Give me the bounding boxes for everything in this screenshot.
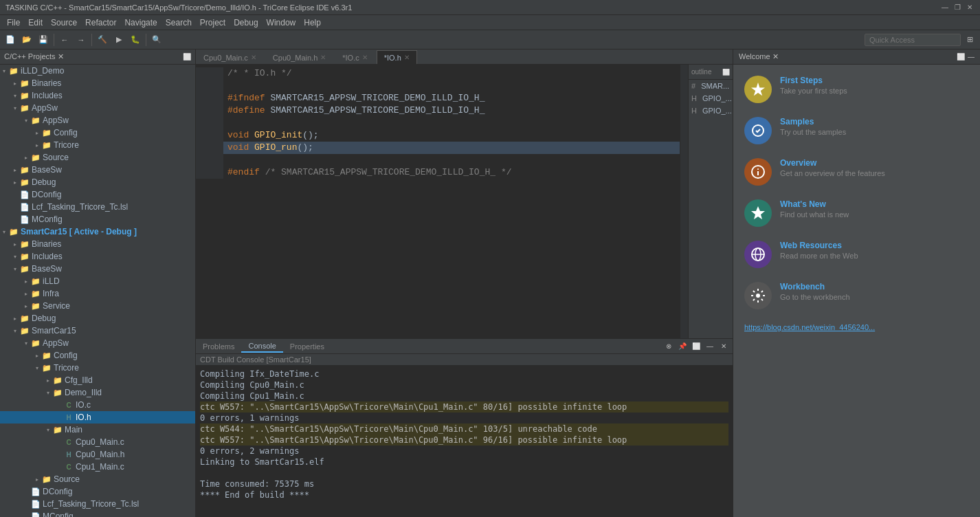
tree-item[interactable]: ▸📁Cfg_Illd — [0, 374, 195, 386]
tree-item[interactable]: ▾📁Tricore — [0, 362, 195, 374]
toolbar-run[interactable]: ▶ — [111, 32, 126, 47]
tab-cpu0-main-h[interactable]: Cpu0_Main.h ✕ — [265, 50, 333, 64]
console-line: 0 errors, 1 warnings — [200, 412, 728, 424]
tree-item[interactable]: ▾📁Main — [0, 424, 195, 436]
close-tab-io-c[interactable]: ✕ — [362, 54, 368, 61]
menu-source[interactable]: Source — [47, 16, 81, 29]
outline-collapse[interactable]: ⬜ — [722, 69, 730, 76]
tree-item[interactable]: 📄DConfig — [0, 188, 195, 201]
tree-item[interactable]: ▸📁Source — [0, 151, 195, 164]
tree-item-icon: 📁 — [19, 325, 30, 336]
welcome-minimize[interactable]: — — [968, 53, 975, 60]
menu-project[interactable]: Project — [196, 16, 230, 29]
tree-item[interactable]: ▾📁iLLD_Demo — [0, 65, 195, 77]
tree-item[interactable]: ▸📁iLLD — [0, 275, 195, 287]
tree-item[interactable]: 📄Lcf_Tasking_Tricore_Tc.lsl — [0, 201, 195, 213]
welcome-item-web-resources[interactable]: Web Resources Read more on the Web — [744, 241, 969, 268]
toolbar-perspective[interactable]: ⊞ — [962, 32, 977, 47]
console-pin[interactable]: 📌 — [676, 340, 689, 353]
tab-io-c[interactable]: *IO.c ✕ — [335, 50, 375, 64]
tree-item-label: Demo_Illd — [65, 388, 102, 397]
tab-io-h[interactable]: *IO.h ✕ — [377, 50, 417, 64]
tab-cpu0-main-c[interactable]: Cpu0_Main.c ✕ — [196, 50, 264, 64]
quick-access-input[interactable] — [865, 34, 961, 46]
close-tab-cpu0-main-c[interactable]: ✕ — [251, 54, 256, 61]
close-tab-cpu0-main-h[interactable]: ✕ — [320, 54, 326, 61]
tree-item[interactable]: ▸📁Binaries — [0, 238, 195, 250]
tree-item[interactable]: CCpu0_Main.c — [0, 436, 195, 448]
welcome-maximize[interactable]: ⬜ — [957, 53, 965, 60]
tree-item[interactable]: ▾📁Includes — [0, 250, 195, 263]
tree-item[interactable]: 📄MConfig — [0, 213, 195, 226]
tree-item[interactable]: CCpu1_Main.c — [0, 461, 195, 473]
tree-item[interactable]: ▾📁AppSw — [0, 337, 195, 349]
project-tree[interactable]: ▾📁iLLD_Demo▸📁Binaries▾📁Includes▾📁AppSw▾📁… — [0, 65, 195, 517]
tab-properties[interactable]: Properties — [283, 341, 331, 352]
console-close[interactable]: ✕ — [717, 340, 730, 353]
menu-window[interactable]: Window — [263, 16, 300, 29]
tree-item[interactable]: ▸📁Debug — [0, 312, 195, 324]
toolbar-back[interactable]: ← — [57, 32, 72, 47]
project-explorer-title: C/C++ Projects ✕ — [4, 52, 64, 61]
tree-item[interactable]: ▸📁Infra — [0, 287, 195, 300]
menu-file[interactable]: File — [3, 16, 24, 29]
tree-item-label: DConfig — [43, 487, 72, 496]
tree-item[interactable]: ▾📁AppSw — [0, 102, 195, 114]
toolbar-build[interactable]: 🔨 — [95, 32, 110, 47]
tree-item[interactable]: ▸📁Binaries — [0, 77, 195, 89]
minimize-button[interactable]: — — [940, 3, 950, 12]
welcome-item-samples[interactable]: Samples Try out the samples — [744, 117, 969, 144]
whats-new-desc: Find out what is new — [780, 210, 849, 219]
console-output[interactable]: Compiling Ifx_DateTime.c Compiling Cpu0_… — [196, 366, 733, 517]
tree-item[interactable]: ▾📁SmartCar15 — [0, 324, 195, 337]
welcome-item-first-steps[interactable]: First Steps Take your first steps — [744, 76, 969, 103]
tree-item[interactable]: 📄MConfig — [0, 510, 195, 517]
tree-item[interactable]: ▾📁BaseSw — [0, 263, 195, 275]
console-maximize[interactable]: ⬜ — [690, 340, 702, 353]
tree-item[interactable]: ▸📁Debug — [0, 176, 195, 188]
toolbar-search[interactable]: 🔍 — [149, 32, 164, 47]
main-layout: C/C++ Projects ✕ ⬜ ▾📁iLLD_Demo▸📁Binaries… — [0, 50, 980, 517]
maximize-button[interactable]: ❐ — [953, 3, 962, 12]
tree-item[interactable]: 📄DConfig — [0, 485, 195, 498]
close-tab-io-h[interactable]: ✕ — [404, 54, 410, 61]
toolbar-open[interactable]: 📂 — [19, 32, 34, 47]
menu-debug[interactable]: Debug — [230, 16, 262, 29]
menu-edit[interactable]: Edit — [24, 16, 47, 29]
welcome-item-workbench[interactable]: Workbench Go to the workbench — [744, 282, 969, 309]
tree-item[interactable]: 📄Lcf_Tasking_Tricore_Tc.lsl — [0, 498, 195, 510]
panel-collapse-icon[interactable]: ⬜ — [183, 53, 191, 60]
tree-item[interactable]: ▾📁AppSw — [0, 114, 195, 126]
tree-item[interactable]: HIO.h — [0, 411, 195, 424]
tab-console[interactable]: Console — [241, 340, 282, 353]
code-editor[interactable]: /* * IO.h */ #ifndef SMARTCAR15_APPSW_TR… — [196, 65, 680, 338]
blog-link[interactable]: https://blog.csdn.net/weixin_4456240... — [744, 323, 969, 331]
tree-item[interactable]: ▾📁Includes — [0, 89, 195, 102]
tree-item-icon: 📁 — [30, 288, 41, 299]
tree-item[interactable]: ▸📁Source — [0, 473, 195, 485]
welcome-item-whats-new[interactable]: What's New Find out what is new — [744, 199, 969, 227]
console-clear[interactable]: ⊗ — [662, 340, 675, 353]
toolbar-debug[interactable]: 🐛 — [128, 32, 143, 47]
console-minimize[interactable]: — — [704, 340, 716, 353]
tab-problems[interactable]: Problems — [196, 341, 241, 352]
tree-item[interactable]: ▸📁Config — [0, 126, 195, 139]
tree-item[interactable]: CIO.c — [0, 399, 195, 411]
menu-refactor[interactable]: Refactor — [81, 16, 120, 29]
tree-item[interactable]: ▾📁Demo_Illd — [0, 386, 195, 399]
close-button[interactable]: ✕ — [965, 3, 975, 12]
welcome-item-overview[interactable]: Overview Get an overview of the features — [744, 158, 969, 186]
toolbar-new[interactable]: 📄 — [3, 32, 18, 47]
menu-navigate[interactable]: Navigate — [120, 16, 161, 29]
tree-item[interactable]: ▸📁Service — [0, 300, 195, 312]
toolbar-save[interactable]: 💾 — [36, 32, 51, 47]
toolbar-forward[interactable]: → — [74, 32, 89, 47]
tree-item[interactable]: HCpu0_Main.h — [0, 448, 195, 461]
tree-item[interactable]: ▸📁Tricore — [0, 139, 195, 151]
tree-item[interactable]: ▾📁SmartCar15 [ Active - Debug ] — [0, 226, 195, 238]
console-line: 0 errors, 2 warnings — [200, 446, 728, 456]
tree-item[interactable]: ▸📁BaseSw — [0, 164, 195, 176]
menu-help[interactable]: Help — [300, 16, 325, 29]
tree-item[interactable]: ▸📁Config — [0, 349, 195, 362]
menu-search[interactable]: Search — [162, 16, 196, 29]
